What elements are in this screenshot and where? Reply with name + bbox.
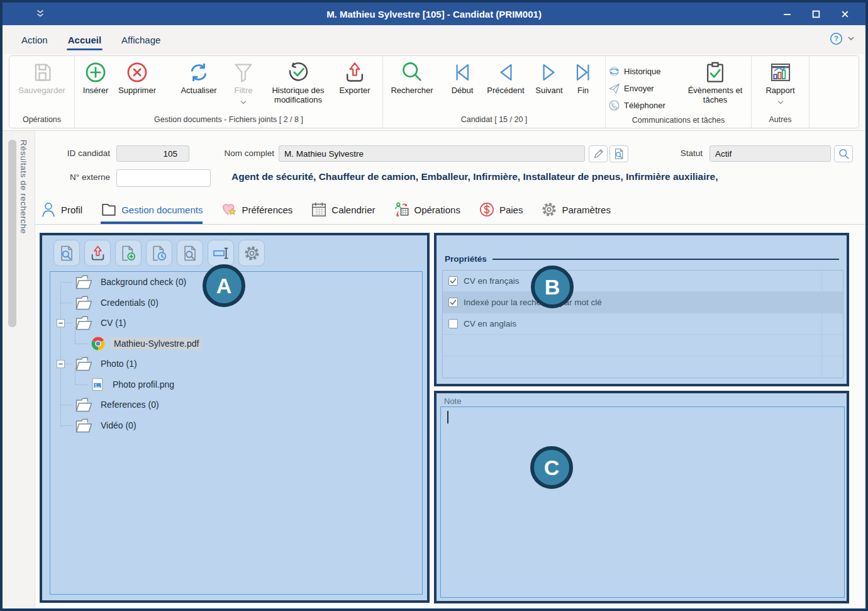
export-icon	[343, 61, 366, 84]
note-panel: Note	[434, 391, 849, 603]
property-row-cv-anglais[interactable]: CV en anglais	[443, 313, 843, 335]
modification-history-button[interactable]: Historique des modifications	[261, 59, 335, 105]
nom-complet-label: Nom complet	[220, 149, 274, 158]
last-record-button[interactable]: Fin	[568, 59, 598, 96]
properties-title: Propriétés	[445, 254, 487, 264]
folder-icon	[74, 314, 93, 332]
folder-icon	[74, 355, 93, 373]
property-row-indexe[interactable]: Indexé pour la recherche par mot clé	[443, 292, 843, 313]
tab-profil[interactable]: Profil	[40, 196, 82, 224]
search-button[interactable]: Rechercher	[386, 59, 438, 96]
ribbon-group-label: Communications et tâches	[606, 114, 751, 128]
tab-paies[interactable]: Paies	[479, 196, 523, 224]
export-document-button[interactable]	[84, 240, 111, 266]
statut-search-button[interactable]	[834, 145, 853, 162]
pencil-icon	[593, 148, 604, 160]
doc-history-icon	[151, 245, 168, 262]
collapse-minus-icon[interactable]	[57, 319, 65, 327]
ribbon-collapse-icon[interactable]	[847, 34, 855, 45]
id-candidat-field[interactable]: 105	[116, 145, 189, 162]
doc-export-icon	[89, 245, 106, 262]
cv-preview-button[interactable]	[609, 145, 628, 162]
ribbon: Sauvegarder Opérations Insérer Supprimer	[3, 54, 865, 130]
first-record-button[interactable]: Début	[443, 59, 481, 96]
tree-item-photo-file[interactable]: Photo profil.png	[50, 374, 422, 395]
send-icon	[608, 82, 620, 94]
maximize-button[interactable]	[801, 3, 830, 25]
send-button[interactable]: Envoyer	[608, 80, 686, 97]
filter-button[interactable]: Filtre	[226, 59, 261, 102]
close-button[interactable]	[830, 3, 859, 25]
menu-tab-action[interactable]: Action	[20, 31, 49, 49]
search-results-sidebar[interactable]: Résultats de recherche	[3, 130, 35, 608]
next-record-button[interactable]: Suivant	[530, 59, 568, 96]
text-caret	[447, 411, 448, 423]
collapse-minus-icon[interactable]	[57, 360, 65, 368]
ribbon-group-label: Candidat [ 15 / 20 ]	[383, 113, 605, 128]
tab-gestion-documents[interactable]: Gestion documents	[101, 196, 203, 224]
property-row-cv-francais[interactable]: CV en français	[443, 271, 843, 292]
sidebar-label: Résultats de recherche	[19, 140, 28, 234]
minimize-button[interactable]	[772, 3, 801, 25]
numero-externe-label: N° externe	[57, 172, 110, 182]
checkbox-unchecked-icon[interactable]	[448, 319, 458, 328]
export-button[interactable]: Exporter	[335, 59, 374, 96]
menu-bar: Action Accueil Affichage ?	[3, 25, 865, 54]
checkbox-checked-icon[interactable]	[448, 276, 458, 286]
property-row-empty	[443, 356, 843, 378]
heart-star-icon	[221, 201, 237, 218]
search-document-button[interactable]	[177, 240, 203, 266]
delete-icon	[126, 61, 148, 84]
sidebar-handle[interactable]	[8, 140, 16, 327]
insert-button[interactable]: Insérer	[77, 59, 114, 96]
save-icon	[31, 61, 53, 84]
ribbon-group-label: Gestion documents - Fichiers joints [ 2 …	[75, 113, 382, 128]
property-row-empty	[443, 335, 843, 356]
nav-previous-icon	[494, 61, 517, 84]
doc-preview-icon	[58, 245, 75, 262]
history-button[interactable]: Historique	[608, 63, 686, 80]
record-tab-strip: Profil Gestion documents Préférences Cal…	[35, 196, 865, 225]
tab-calendrier[interactable]: Calendrier	[311, 196, 375, 224]
menu-tab-affichage[interactable]: Affichage	[120, 31, 162, 49]
save-button[interactable]: Sauvegarder	[13, 59, 71, 96]
properties-panel: Propriétés CV en français Indexé pour la…	[434, 233, 849, 386]
rename-document-button[interactable]	[208, 240, 234, 266]
tree-item-video[interactable]: Vidéo (0)	[50, 415, 422, 436]
nav-first-icon	[451, 61, 474, 84]
events-tasks-button[interactable]: Évènements et tâches	[686, 59, 744, 105]
help-icon[interactable]: ?	[830, 32, 843, 48]
properties-divider	[492, 259, 839, 260]
tab-preferences[interactable]: Préférences	[221, 196, 292, 224]
tab-parametres[interactable]: Paramètres	[541, 196, 611, 224]
tree-item-cv[interactable]: CV (1)	[50, 313, 422, 334]
numero-externe-field[interactable]	[116, 169, 211, 187]
nom-complet-field[interactable]: M. Mathieu Sylvestre	[279, 145, 585, 162]
rename-icon	[213, 245, 230, 262]
phone-button[interactable]: Téléphoner	[608, 97, 686, 114]
magnifier-icon	[838, 148, 850, 160]
statut-field[interactable]: Actif	[709, 145, 831, 162]
title-bar: M. Mathieu Sylvestre [105] - Candidat (P…	[3, 3, 865, 25]
menu-tab-accueil[interactable]: Accueil	[67, 31, 103, 49]
window-title: M. Mathieu Sylvestre [105] - Candidat (P…	[3, 9, 865, 20]
tree-item-photo[interactable]: Photo (1)	[50, 354, 422, 374]
tree-item-references[interactable]: References (0)	[50, 395, 422, 415]
delete-button[interactable]: Supprimer	[114, 59, 160, 96]
ribbon-group-candidat: Rechercher Début Précédent Suivant	[383, 56, 606, 128]
note-textarea[interactable]	[440, 406, 845, 598]
nav-next-icon	[538, 61, 560, 84]
preview-document-button[interactable]	[53, 240, 80, 266]
refresh-button[interactable]: Actualiser	[172, 59, 226, 96]
report-button[interactable]: Rapport	[755, 59, 806, 102]
svg-text:?: ?	[834, 35, 838, 42]
add-document-button[interactable]	[115, 240, 142, 266]
edit-name-button[interactable]	[589, 145, 608, 162]
tree-item-cv-file[interactable]: Mathieu-Sylvestre.pdf	[50, 334, 422, 354]
document-history-button[interactable]	[146, 240, 172, 266]
checkbox-checked-icon[interactable]	[448, 298, 458, 307]
document-settings-button[interactable]	[238, 240, 265, 266]
folder-icon	[74, 417, 93, 434]
tab-operations[interactable]: Opérations	[394, 196, 460, 224]
previous-record-button[interactable]: Précédent	[481, 59, 530, 96]
